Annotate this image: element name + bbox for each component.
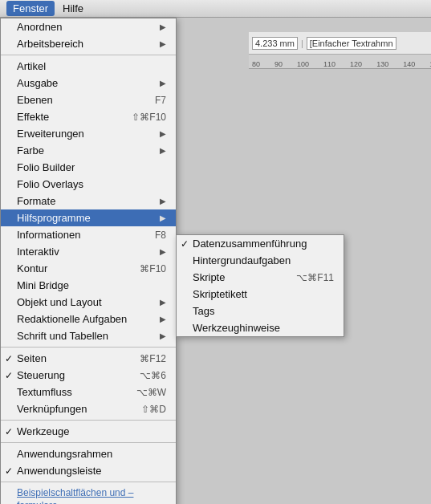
menu-item-werkzeughinweise[interactable]: Werkzeughinweise [177, 319, 344, 336]
toolbar-strip: 4.233 mm | [Einfacher Textrahmn [249, 32, 431, 55]
ruler-horizontal: 80 90 100 110 120 130 140 150 [249, 55, 431, 69]
text-frame-label: [Einfacher Textrahmn [307, 37, 396, 50]
separator-2 [1, 347, 176, 348]
menu-item-hilfsprogramme[interactable]: Hilfsprogramme ▶ [1, 209, 176, 226]
menu-item-objekt-layout[interactable]: Objekt und Layout ▶ [1, 294, 176, 311]
submenu-arrow: ▶ [160, 331, 166, 340]
menu-item-textumfluss[interactable]: Textumfluss ⌥⌘W [1, 384, 176, 400]
submenu-arrow: ▶ [160, 315, 166, 323]
separator-1 [1, 55, 176, 55]
ruler-marks: 80 90 100 110 120 130 140 150 [249, 55, 431, 68]
submenu-arrow: ▶ [160, 146, 166, 155]
separator-bottom [1, 442, 176, 443]
submenu-arrow: ▶ [160, 213, 166, 222]
menu-item-effekte[interactable]: Effekte ⇧⌘F10 [1, 108, 176, 125]
menubar-fenster[interactable]: Fenster [6, 1, 55, 16]
menu-item-farbe[interactable]: Farbe ▶ [1, 142, 176, 159]
separator-3 [1, 420, 176, 421]
fenster-dropdown-menu: Anordnen ▶ Arbeitsbereich ▶ Artikel Ausg… [0, 18, 177, 504]
menu-item-verknuepfungen[interactable]: Verknüpfungen ⇧⌘D [1, 400, 176, 417]
submenu-arrow: ▶ [160, 39, 166, 48]
menubar: Fenster Hilfe [0, 0, 431, 18]
menu-item-anordnen[interactable]: Anordnen ▶ [1, 18, 176, 35]
submenu-arrow: ▶ [160, 298, 166, 307]
menu-item-werkzeuge[interactable]: Werkzeuge [1, 423, 176, 440]
menu-item-skriptetikett[interactable]: Skriptetikett [177, 286, 344, 303]
menu-item-seiten[interactable]: Seiten ⌘F12 [1, 350, 176, 367]
menu-item-schrift[interactable]: Schrift und Tabellen ▶ [1, 327, 176, 344]
menu-item-kontur[interactable]: Kontur ⌘F10 [1, 260, 176, 277]
submenu-arrow: ▶ [160, 22, 166, 31]
toolbar-separator: | [301, 39, 303, 48]
menu-item-mini-bridge[interactable]: Mini Bridge [1, 277, 176, 294]
menu-item-skripte[interactable]: Skripte ⌥⌘F11 [177, 269, 344, 286]
menu-item-artikel[interactable]: Artikel [1, 58, 176, 75]
menu-item-ausgabe[interactable]: Ausgabe ▶ [1, 75, 176, 91]
menu-item-folio-builder[interactable]: Folio Builder [1, 159, 176, 176]
size-indicator: 4.233 mm [252, 37, 298, 50]
menu-item-redaktionelle[interactable]: Redaktionelle Aufgaben ▶ [1, 311, 176, 327]
menu-item-tags[interactable]: Tags [177, 303, 344, 319]
menubar-hilfe[interactable]: Hilfe [56, 1, 90, 16]
menu-item-anwendungsleiste[interactable]: Anwendungsleiste [1, 462, 176, 479]
menu-item-arbeitsbereich[interactable]: Arbeitsbereich ▶ [1, 35, 176, 52]
menu-item-formate[interactable]: Formate ▶ [1, 193, 176, 209]
menu-item-datenzusammenfuehrung[interactable]: Datenzusammenführung [177, 235, 344, 252]
menu-item-folio-overlays[interactable]: Folio Overlays [1, 176, 176, 193]
menu-item-anwendungsrahmen[interactable]: Anwendungsrahmen [1, 445, 176, 462]
menu-item-steuerung[interactable]: Steuerung ⌥⌘6 [1, 367, 176, 384]
hilfsprogramme-submenu: Datenzusammenführung Hintergrundaufgaben… [176, 234, 344, 337]
submenu-arrow: ▶ [160, 247, 166, 256]
menu-item-hintergrundaufgaben[interactable]: Hintergrundaufgaben [177, 252, 344, 269]
menu-item-beispiel[interactable]: Beispielschaltflächen und –formulareprii… [1, 485, 176, 504]
menu-item-ebenen[interactable]: Ebenen F7 [1, 91, 176, 108]
menu-item-erweiterungen[interactable]: Erweiterungen ▶ [1, 125, 176, 142]
menu-item-interaktiv[interactable]: Interaktiv ▶ [1, 243, 176, 260]
separator-link [1, 482, 176, 482]
submenu-arrow: ▶ [160, 79, 166, 87]
submenu-arrow: ▶ [160, 129, 166, 138]
menu-item-informationen[interactable]: Informationen F8 [1, 226, 176, 243]
submenu-arrow: ▶ [160, 197, 166, 205]
